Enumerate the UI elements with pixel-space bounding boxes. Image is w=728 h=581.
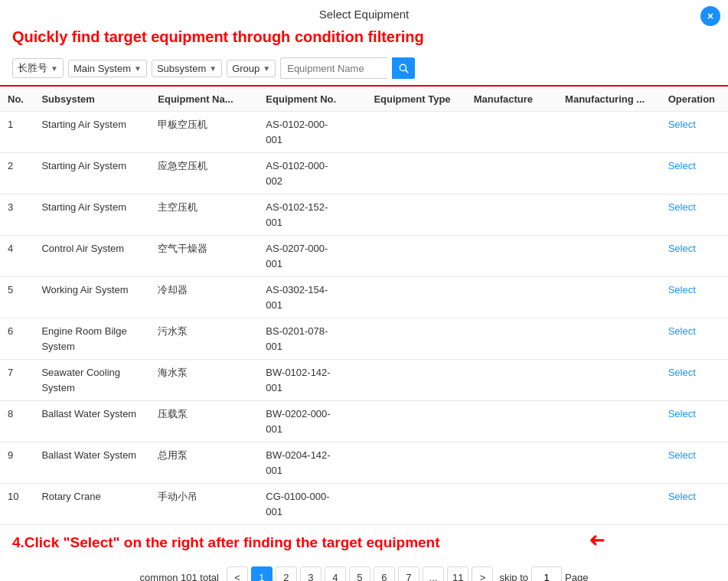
- filter-row: 长胜号 ▼ Main System ▼ Subsystem ▼ Group ▼: [0, 53, 728, 86]
- pagination-page-4[interactable]: 4: [325, 566, 346, 581]
- cell-mfg: [466, 194, 557, 236]
- cell-no: 1: [0, 112, 34, 153]
- cell-eqtype: [366, 277, 465, 318]
- skip-input[interactable]: [531, 566, 562, 581]
- table-row: 6 Engine Room Bilge System 污水泵 BS-0201-0…: [0, 318, 728, 360]
- cell-mfgdate: [557, 112, 661, 153]
- cell-eqtype: [366, 194, 465, 236]
- cell-mfg: [466, 236, 557, 277]
- select-link[interactable]: Select: [668, 160, 696, 171]
- table-row: 1 Starting Air System 甲板空压机 AS-0102-000-…: [0, 112, 728, 153]
- chevron-down-icon: ▼: [263, 64, 270, 73]
- filter-subsystem[interactable]: Subsystem ▼: [152, 60, 222, 77]
- select-link[interactable]: Select: [668, 367, 696, 378]
- pagination-page-5[interactable]: 5: [349, 566, 371, 581]
- cell-no: 6: [0, 318, 34, 360]
- filter-main-system[interactable]: Main System ▼: [68, 60, 147, 77]
- chevron-down-icon: ▼: [51, 64, 58, 73]
- cell-operation: Select: [661, 194, 728, 236]
- filter-group[interactable]: Group ▼: [227, 60, 276, 77]
- cell-subsystem: Starting Air System: [34, 112, 150, 153]
- cell-eqname: 冷却器: [150, 277, 258, 318]
- col-header-operation: Operation: [661, 87, 728, 112]
- cell-mfgdate: [557, 277, 661, 318]
- cell-operation: Select: [661, 112, 728, 153]
- select-link[interactable]: Select: [668, 449, 696, 461]
- cell-eqtype: [366, 401, 465, 442]
- select-link[interactable]: Select: [668, 408, 696, 419]
- equipment-table: No. Subsystem Equipment Na... Equipment …: [0, 86, 728, 525]
- cell-mfg: [466, 318, 557, 360]
- table-row: 2 Starting Air System 应急空压机 AS-0102-000-…: [0, 153, 728, 194]
- cell-eqname: 海水泵: [150, 360, 258, 401]
- cell-eqname: 空气干燥器: [150, 236, 258, 277]
- cell-subsystem: Starting Air System: [34, 194, 150, 236]
- search-button[interactable]: [392, 57, 415, 79]
- search-icon: [398, 63, 409, 73]
- filter-vessel[interactable]: 长胜号 ▼: [12, 58, 64, 78]
- svg-line-1: [406, 70, 408, 73]
- chevron-down-icon: ▼: [134, 64, 142, 73]
- col-header-eqno: Equipment No.: [258, 87, 366, 112]
- cell-eqno: BW-0102-142- 001: [258, 360, 366, 401]
- pagination-page-6[interactable]: 6: [374, 566, 395, 581]
- cell-eqname: 主空压机: [150, 194, 258, 236]
- col-header-eqname: Equipment Na...: [150, 87, 258, 112]
- cell-mfgdate: [557, 442, 661, 484]
- cell-eqname: 总用泵: [150, 442, 258, 484]
- cell-no: 2: [0, 153, 34, 194]
- cell-no: 10: [0, 484, 34, 525]
- pagination-next[interactable]: >: [472, 566, 493, 581]
- pagination-page-11[interactable]: 11: [447, 566, 468, 581]
- cell-eqname: 手动小吊: [150, 484, 258, 525]
- pagination-page-1[interactable]: 1: [251, 566, 273, 581]
- select-link[interactable]: Select: [668, 325, 696, 337]
- cell-eqno: AS-0102-152- 001: [258, 194, 366, 236]
- cell-subsystem: Ballast Water System: [34, 442, 150, 484]
- modal-title: Select Equipment: [0, 0, 728, 24]
- cell-eqtype: [366, 484, 465, 525]
- select-link[interactable]: Select: [668, 201, 696, 213]
- close-button[interactable]: ×: [700, 6, 720, 26]
- select-link[interactable]: Select: [668, 243, 696, 254]
- cell-eqtype: [366, 112, 465, 153]
- pagination-info: common 101 total: [140, 572, 219, 582]
- cell-eqtype: [366, 318, 465, 360]
- table-header-row: No. Subsystem Equipment Na... Equipment …: [0, 87, 728, 112]
- cell-eqno: AS-0102-000- 002: [258, 153, 366, 194]
- cell-operation: Select: [661, 484, 728, 525]
- cell-subsystem: Starting Air System: [34, 153, 150, 194]
- cell-eqno: BW-0202-000- 001: [258, 401, 366, 442]
- table-row: 3 Starting Air System 主空压机 AS-0102-152- …: [0, 194, 728, 236]
- pagination-page-2[interactable]: 2: [276, 566, 297, 581]
- chevron-down-icon: ▼: [209, 64, 217, 73]
- select-link[interactable]: Select: [668, 491, 696, 502]
- cell-subsystem: Seawater Cooling System: [34, 360, 150, 401]
- cell-no: 9: [0, 442, 34, 484]
- hint-top: Quickly find target equipment through co…: [0, 24, 728, 53]
- pagination-ellipsis[interactable]: ...: [423, 566, 444, 581]
- pagination-page-3[interactable]: 3: [300, 566, 322, 581]
- table-row: 9 Ballast Water System 总用泵 BW-0204-142- …: [0, 442, 728, 484]
- cell-mfg: [466, 484, 557, 525]
- col-header-eqtype: Equipment Type: [366, 87, 465, 112]
- skip-wrap: skip to Page: [499, 566, 588, 581]
- select-link[interactable]: Select: [668, 284, 696, 295]
- cell-eqno: BS-0201-078- 001: [258, 318, 366, 360]
- cell-operation: Select: [661, 401, 728, 442]
- pagination-page-7[interactable]: 7: [398, 566, 419, 581]
- col-header-mfgdate: Manufacturing ...: [557, 87, 661, 112]
- table-row: 8 Ballast Water System 压载泵 BW-0202-000- …: [0, 401, 728, 442]
- cell-eqtype: [366, 236, 465, 277]
- table-row: 7 Seawater Cooling System 海水泵 BW-0102-14…: [0, 360, 728, 401]
- pagination-prev[interactable]: <: [227, 566, 248, 581]
- filter-group-label: Group: [232, 63, 260, 74]
- cell-subsystem: Engine Room Bilge System: [34, 318, 150, 360]
- cell-subsystem: Control Air System: [34, 236, 150, 277]
- select-link[interactable]: Select: [668, 119, 696, 130]
- cell-no: 5: [0, 277, 34, 318]
- cell-eqno: AS-0207-000- 001: [258, 236, 366, 277]
- search-input[interactable]: [280, 57, 387, 79]
- table-row: 5 Working Air System 冷却器 AS-0302-154- 00…: [0, 277, 728, 318]
- cell-mfgdate: [557, 360, 661, 401]
